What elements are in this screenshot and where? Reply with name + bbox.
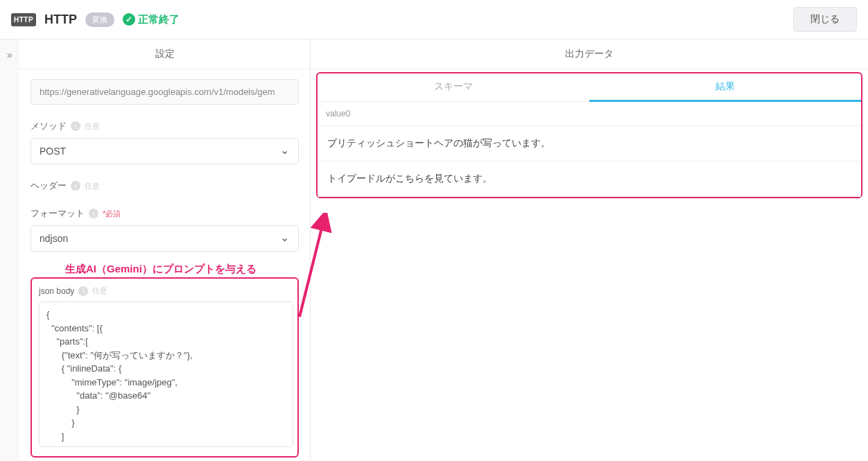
output-tabs: スキーマ 結果 — [318, 73, 861, 102]
result-row: ブリティッシュショートヘアの猫が写っています。 — [318, 126, 861, 162]
optional-tag: 任意 — [92, 286, 107, 296]
info-icon[interactable]: i — [89, 209, 98, 218]
app-header: HTTP HTTP 変換 ✓ 正常終了 閉じる — [0, 0, 868, 40]
format-field: フォーマット i *必須 ndjson — [31, 207, 299, 252]
tab-schema[interactable]: スキーマ — [318, 73, 589, 102]
url-input[interactable] — [31, 79, 299, 105]
format-label: フォーマット — [31, 207, 85, 220]
optional-tag: 任意 — [85, 121, 100, 132]
output-box: スキーマ 結果 value0 ブリティッシュショートヘアの猫が写っています。 ト… — [316, 72, 862, 198]
check-icon: ✓ — [123, 13, 135, 26]
settings-panel: 設定 メソッド i 任意 POST ヘッダー i 任 — [19, 40, 311, 461]
json-body-section: json body i 任意 { "contents": [{ "parts":… — [31, 277, 299, 458]
status-badge: ✓ 正常終了 — [123, 13, 180, 26]
annotation-text: 生成AI（Gemini）にプロンプトを与える — [31, 263, 299, 276]
result-column-header: value0 — [318, 102, 861, 126]
header-field: ヘッダー i 任意 — [31, 180, 299, 192]
page-title: HTTP — [44, 12, 77, 27]
optional-tag: 任意 — [85, 181, 100, 191]
output-panel: 出力データ スキーマ 結果 value0 ブリティッシュショートヘアの猫が写って… — [311, 40, 868, 461]
output-title: 出力データ — [311, 40, 868, 69]
info-icon[interactable]: i — [71, 181, 80, 191]
json-body-label: json body — [39, 286, 74, 296]
info-icon[interactable]: i — [78, 286, 88, 296]
method-label: メソッド — [31, 120, 67, 132]
required-tag: *必須 — [103, 209, 121, 219]
info-icon[interactable]: i — [71, 121, 80, 131]
close-button[interactable]: 閉じる — [793, 7, 857, 32]
chevron-right-icon: » — [7, 49, 12, 60]
header-label: ヘッダー — [31, 180, 67, 192]
tab-result[interactable]: 結果 — [589, 73, 861, 102]
http-icon: HTTP — [11, 13, 36, 26]
format-select[interactable]: ndjson — [31, 225, 299, 252]
settings-title: 設定 — [19, 40, 310, 69]
expand-toggle[interactable]: » — [0, 40, 19, 461]
method-field: メソッド i 任意 POST — [31, 120, 299, 164]
json-body-textarea[interactable]: { "contents": [{ "parts":[ {"text": "何が写… — [39, 302, 293, 447]
method-select[interactable]: POST — [31, 138, 299, 164]
status-text: 正常終了 — [138, 13, 180, 26]
transform-badge: 変換 — [85, 12, 114, 27]
result-row: トイプードルがこちらを見ています。 — [318, 162, 861, 197]
